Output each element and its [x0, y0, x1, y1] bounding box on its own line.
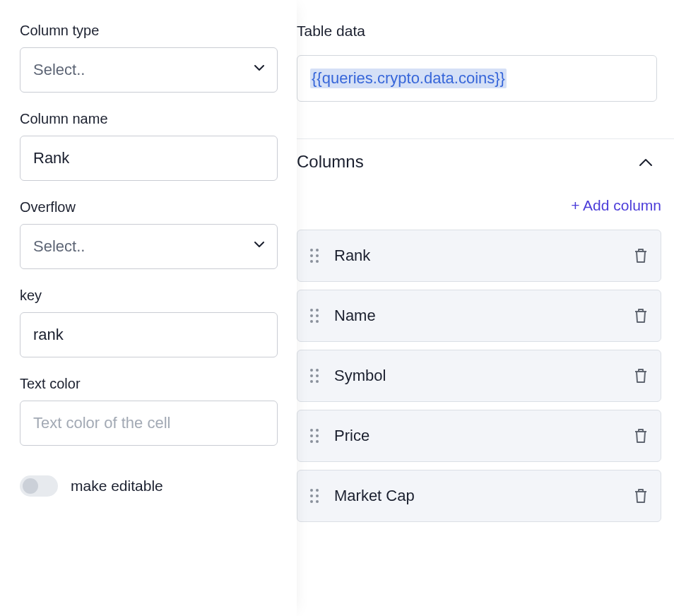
column-row-label: Rank — [334, 247, 618, 265]
column-name-label: Column name — [20, 111, 277, 127]
make-editable-toggle[interactable] — [20, 475, 58, 497]
chevron-down-icon — [254, 242, 264, 251]
column-row-marketcap[interactable]: Market Cap — [297, 470, 661, 522]
column-type-select[interactable]: Select.. — [20, 47, 278, 93]
column-type-label: Column type — [20, 23, 277, 39]
trash-icon[interactable] — [634, 487, 648, 504]
chevron-down-icon — [254, 65, 264, 75]
column-row-label: Market Cap — [334, 487, 618, 505]
make-editable-row: make editable — [20, 475, 277, 497]
drag-handle-icon[interactable] — [310, 429, 319, 443]
drag-handle-icon[interactable] — [310, 249, 319, 263]
column-row-label: Price — [334, 427, 618, 445]
text-color-input[interactable] — [33, 414, 264, 432]
trash-icon[interactable] — [634, 247, 648, 264]
column-type-field: Column type Select.. — [20, 23, 277, 93]
left-panel: Column type Select.. Column name Overflo… — [0, 0, 297, 616]
add-column-row: + Add column — [297, 184, 674, 221]
column-name-input-wrapper — [20, 136, 278, 181]
column-row-rank[interactable]: Rank — [297, 230, 661, 282]
key-label: key — [20, 288, 277, 304]
overflow-placeholder: Select.. — [33, 237, 85, 256]
text-color-label: Text color — [20, 376, 277, 392]
drag-handle-icon[interactable] — [310, 489, 319, 503]
column-type-placeholder: Select.. — [33, 61, 85, 79]
drag-handle-icon[interactable] — [310, 369, 319, 383]
column-row-name[interactable]: Name — [297, 290, 661, 342]
text-color-field: Text color — [20, 376, 277, 446]
trash-icon[interactable] — [634, 307, 648, 324]
table-data-label: Table data — [297, 23, 674, 40]
key-field: key — [20, 288, 277, 357]
column-row-label: Symbol — [334, 367, 618, 385]
make-editable-label: make editable — [71, 478, 163, 494]
overflow-field: Overflow Select.. — [20, 199, 277, 269]
right-panel: Table data {{queries.crypto.data.coins}}… — [297, 0, 674, 616]
overflow-label: Overflow — [20, 199, 277, 215]
column-name-field: Column name — [20, 111, 277, 181]
column-row-price[interactable]: Price — [297, 410, 661, 462]
column-row-symbol[interactable]: Symbol — [297, 350, 661, 402]
drag-handle-icon[interactable] — [310, 309, 319, 323]
columns-section-header[interactable]: Columns — [297, 138, 674, 184]
trash-icon[interactable] — [634, 427, 648, 444]
chevron-up-icon — [639, 158, 653, 167]
key-input[interactable] — [33, 326, 264, 344]
right-inner: Table data {{queries.crypto.data.coins}}… — [297, 23, 674, 522]
toggle-knob — [23, 478, 38, 494]
columns-section-title: Columns — [297, 152, 364, 172]
table-data-input[interactable]: {{queries.crypto.data.coins}} — [297, 55, 657, 102]
add-column-button[interactable]: + Add column — [571, 197, 661, 214]
column-name-input[interactable] — [33, 149, 264, 167]
key-input-wrapper — [20, 312, 278, 357]
table-data-binding: {{queries.crypto.data.coins}} — [310, 69, 507, 88]
overflow-select[interactable]: Select.. — [20, 224, 278, 269]
trash-icon[interactable] — [634, 367, 648, 384]
text-color-input-wrapper — [20, 401, 278, 446]
columns-list: Rank Name Symbol Pri — [297, 230, 674, 522]
column-row-label: Name — [334, 307, 618, 325]
